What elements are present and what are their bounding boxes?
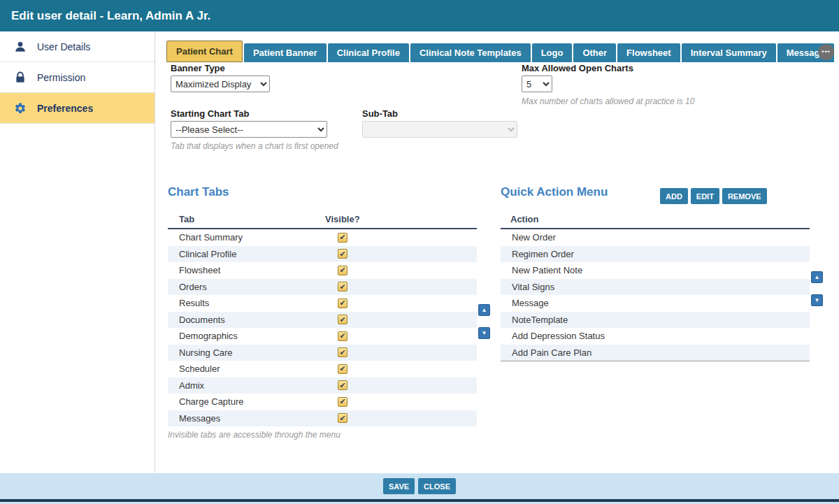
chart-tabs-title: Chart Tabs xyxy=(168,185,229,199)
list-item[interactable]: Add Depression Status xyxy=(501,328,810,345)
sidebar-item-label: User Details xyxy=(37,41,90,52)
arrow-down-icon: ▼ xyxy=(815,297,820,303)
action-name: Message xyxy=(501,298,549,308)
arrow-down-icon: ▼ xyxy=(482,330,487,336)
table-row[interactable]: Clinical Profile✔ xyxy=(168,246,477,263)
table-row[interactable]: Flowsheet✔ xyxy=(168,262,477,279)
page-title: Edit user detail - Learn, Admin A Jr. xyxy=(11,0,210,31)
visible-checkbox[interactable]: ✔ xyxy=(338,347,347,357)
tab-overflow-button[interactable]: ••• xyxy=(818,44,834,60)
table-row[interactable]: Nursing Care✔ xyxy=(168,345,477,361)
list-item[interactable]: Message xyxy=(501,295,810,312)
list-item[interactable]: Regimen Order xyxy=(501,246,810,263)
check-icon: ✔ xyxy=(339,299,345,307)
edit-button[interactable]: EDIT xyxy=(691,188,719,204)
table-row[interactable]: Admix✔ xyxy=(168,377,477,394)
visible-checkbox[interactable]: ✔ xyxy=(338,266,347,275)
check-icon: ✔ xyxy=(339,349,345,357)
sidebar-item-user-details[interactable]: User Details xyxy=(0,31,155,62)
chart-tab-name: Orders xyxy=(168,282,207,292)
add-button[interactable]: ADD xyxy=(660,188,688,204)
table-row[interactable]: Results✔ xyxy=(168,295,477,312)
tab-patient-chart[interactable]: Patient Chart xyxy=(166,41,243,62)
action-name: New Order xyxy=(501,232,556,243)
banner-type-select[interactable]: Maximized Display xyxy=(171,75,270,92)
list-item[interactable]: New Order xyxy=(501,229,810,246)
chart-tab-name: Messages xyxy=(168,413,220,424)
quick-action-move-up-button[interactable]: ▲ xyxy=(811,271,823,283)
visible-checkbox[interactable]: ✔ xyxy=(338,249,347,259)
quick-action-move-down-button[interactable]: ▼ xyxy=(811,294,823,306)
chart-tabs-move-up-button[interactable]: ▲ xyxy=(478,304,490,316)
tab-clinical-note-templates[interactable]: Clinical Note Templates xyxy=(410,43,531,62)
table-row[interactable]: Messages✔ xyxy=(168,410,477,427)
check-icon: ✔ xyxy=(339,332,345,340)
starting-chart-tab-label: Starting Chart Tab xyxy=(171,108,249,119)
tab-flowsheet[interactable]: Flowsheet xyxy=(617,43,680,62)
max-open-charts-label: Max Allowed Open Charts xyxy=(522,63,633,73)
starting-chart-tab-select[interactable]: --Please Select-- xyxy=(171,121,327,138)
edit-user-detail-window: Edit user detail - Learn, Admin A Jr. Us… xyxy=(0,0,839,504)
chart-tabs-header: Tab Visible? xyxy=(168,209,477,229)
tab-interval-summary[interactable]: Interval Summary xyxy=(682,43,776,62)
sidebar: User Details Permission Preferences xyxy=(0,31,155,473)
table-row[interactable]: Charge Capture✔ xyxy=(168,394,477,410)
sidebar-item-label: Preferences xyxy=(37,103,93,114)
tab-other[interactable]: Other xyxy=(573,43,616,62)
tab-logo[interactable]: Logo xyxy=(532,43,573,62)
table-row[interactable]: Orders✔ xyxy=(168,279,477,296)
check-icon: ✔ xyxy=(339,398,345,405)
tab-bar: Patient Chart Patient Banner Clinical Pr… xyxy=(166,41,839,62)
chart-tab-name: Flowsheet xyxy=(168,265,220,275)
tab-clinical-profile[interactable]: Clinical Profile xyxy=(328,43,409,62)
visible-checkbox[interactable]: ✔ xyxy=(338,413,347,423)
sidebar-item-preferences[interactable]: Preferences xyxy=(0,93,155,124)
chart-tab-name: Documents xyxy=(168,315,225,325)
quick-action-menu-title: Quick Action Menu xyxy=(501,185,608,199)
close-button[interactable]: CLOSE xyxy=(418,478,456,494)
tab-patient-banner[interactable]: Patient Banner xyxy=(244,43,327,62)
list-item[interactable]: Add Pain Care Plan xyxy=(501,345,810,361)
visible-checkbox[interactable]: ✔ xyxy=(338,364,347,374)
visible-checkbox[interactable]: ✔ xyxy=(338,397,347,407)
quick-action-body: New Order Regimen Order New Patient Note… xyxy=(501,229,810,361)
list-item[interactable]: Vital Signs xyxy=(501,279,810,296)
table-row[interactable]: Chart Summary✔ xyxy=(168,229,477,246)
list-item[interactable]: New Patient Note xyxy=(501,262,810,279)
visible-checkbox[interactable]: ✔ xyxy=(338,380,347,390)
visible-checkbox[interactable]: ✔ xyxy=(338,298,347,308)
gear-icon xyxy=(14,102,27,115)
table-row[interactable]: Scheduler✔ xyxy=(168,361,477,377)
list-item[interactable]: NoteTemplate xyxy=(501,312,810,329)
chart-tabs-table: Tab Visible? Chart Summary✔ Clinical Pro… xyxy=(168,209,477,426)
quick-action-header: Action xyxy=(501,209,810,229)
chart-tab-name: Nursing Care xyxy=(168,347,233,358)
max-open-charts-select[interactable]: 5 xyxy=(522,75,552,92)
starting-chart-tab-note: Tab that displays when a chart is first … xyxy=(171,141,338,151)
action-name: NoteTemplate xyxy=(501,315,568,325)
check-icon: ✔ xyxy=(339,233,345,241)
visible-checkbox[interactable]: ✔ xyxy=(338,331,347,341)
lock-icon xyxy=(14,71,27,84)
visible-checkbox[interactable]: ✔ xyxy=(338,282,347,291)
check-icon: ✔ xyxy=(339,382,345,389)
save-button[interactable]: SAVE xyxy=(383,478,415,494)
arrow-up-icon: ▲ xyxy=(815,274,820,280)
max-open-charts-note: Max number of charts allowed at practice… xyxy=(522,96,694,106)
chart-tabs-move-down-button[interactable]: ▼ xyxy=(478,327,490,339)
chart-tab-name: Admix xyxy=(168,380,204,391)
table-row[interactable]: Demographics✔ xyxy=(168,328,477,345)
remove-button[interactable]: REMOVE xyxy=(722,188,767,204)
user-icon xyxy=(14,41,27,53)
chart-tab-name: Chart Summary xyxy=(168,232,243,243)
sub-tab-select xyxy=(362,121,517,138)
visible-checkbox[interactable]: ✔ xyxy=(338,315,347,324)
chart-tab-name: Clinical Profile xyxy=(168,249,236,259)
sidebar-item-permission[interactable]: Permission xyxy=(0,62,155,93)
visible-checkbox[interactable]: ✔ xyxy=(338,233,347,243)
check-icon: ✔ xyxy=(339,415,345,422)
chart-tab-name: Results xyxy=(168,298,209,308)
table-row[interactable]: Documents✔ xyxy=(168,312,477,329)
sidebar-item-label: Permission xyxy=(37,72,85,83)
check-icon: ✔ xyxy=(339,250,345,258)
